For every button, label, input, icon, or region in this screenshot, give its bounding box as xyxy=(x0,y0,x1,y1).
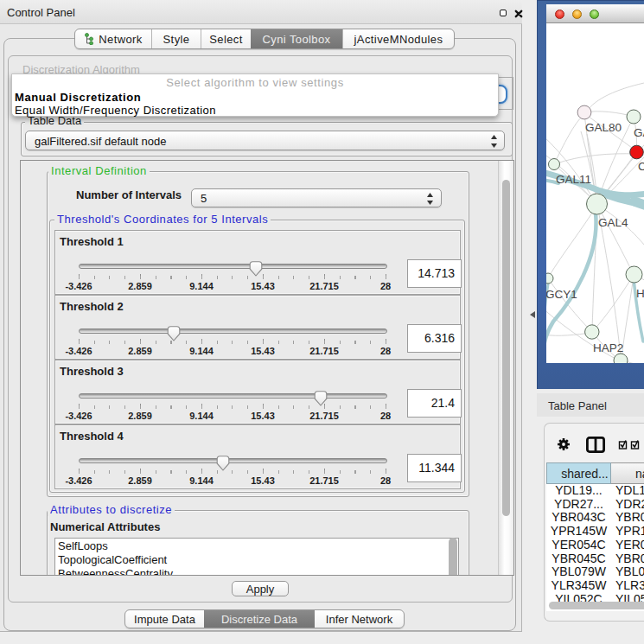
svg-text:HAP2: HAP2 xyxy=(593,341,623,354)
svg-text:C: C xyxy=(638,160,644,173)
svg-text:GCY1: GCY1 xyxy=(546,288,577,301)
svg-text:GAL80: GAL80 xyxy=(585,121,622,134)
svg-text:H: H xyxy=(636,287,644,300)
svg-text:GAL4: GAL4 xyxy=(598,216,628,229)
svg-text:GA: GA xyxy=(634,126,644,139)
svg-text:GAL11: GAL11 xyxy=(556,173,591,186)
